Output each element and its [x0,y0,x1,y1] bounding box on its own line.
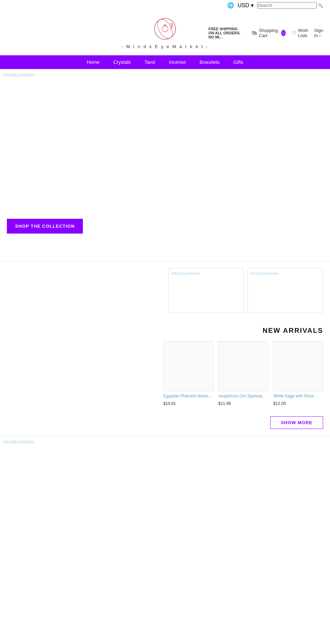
bottom-banner: MindsEyeMarket [0,436,330,515]
product-image-0 [163,341,213,391]
logo-area: - M i n d s E y e M a r k e t - [122,13,209,53]
bottom-watermark: MindsEyeMarket [3,440,34,444]
nav-incense[interactable]: Incense [169,59,186,65]
cart-count-badge: 0 [281,30,286,36]
logo-svg [153,17,177,41]
shipping-banner: FREE SHIPPING ON ALL ORDERS. NO MI... [208,27,242,39]
hero-watermark: MindsEyeMarket [3,72,34,77]
nav-home[interactable]: Home [87,59,99,65]
wishlist-button[interactable]: ♡ Wish Lists [292,28,308,38]
currency-selector[interactable]: USD ▾ [238,2,253,9]
search-box: 🔍 [257,2,323,9]
search-input[interactable] [257,2,317,9]
header-actions: FREE SHIPPING ON ALL ORDERS. NO MI... 🛍 … [208,27,323,39]
product-image-2 [273,341,323,391]
wishlist-label: Wish Lists [298,28,308,38]
category-card-2[interactable]: MindsEyeMarket [248,268,323,313]
cart-button[interactable]: 🛍 Shopping Cart 0 [252,28,286,38]
hero-section: MindsEyeMarket SHOP THE COLLECTION [0,69,330,261]
product-name-0: Egyptian Pharaoh Home... [163,393,213,399]
svg-point-0 [154,18,175,39]
nav-gifts[interactable]: Gifts [233,59,243,65]
category-watermark-2: MindsEyeMarket [251,271,279,275]
search-icon[interactable]: 🔍 [318,3,323,8]
logo-image [151,15,179,43]
utility-bar: 🌐 USD ▾ 🔍 [0,0,330,11]
heart-icon: ♡ [292,30,296,36]
product-image-1 [218,341,268,391]
svg-point-2 [162,26,168,32]
product-card-2[interactable]: White Sage with Rose... $12.00 [273,341,323,406]
cart-label: Shopping Cart [259,28,279,38]
show-more-button[interactable]: SHOW MORE [270,416,323,429]
svg-point-3 [164,24,167,26]
product-card-0[interactable]: Egyptian Pharaoh Home... $14.91 [163,341,213,406]
header: - M i n d s E y e M a r k e t - FREE SHI… [0,11,330,55]
nav-crystals[interactable]: Crystals [113,59,131,65]
show-more-row: SHOW MORE [0,413,330,436]
product-card-1[interactable]: Auspicious Om Spiritual... $11.99 [218,341,268,406]
hero-content: SHOP THE COLLECTION [0,212,90,240]
shop-collection-button[interactable]: SHOP THE COLLECTION [7,219,83,234]
new-arrivals-section: NEW ARRIVALS Egyptian Pharaoh Home... $1… [0,320,330,413]
navigation: Home Crystals Tarot Incense Bracelets Gi… [0,55,330,69]
product-price-0: $14.91 [163,401,213,406]
logo-text: - M i n d s E y e M a r k e t - [122,44,209,49]
new-arrivals-title: NEW ARRIVALS [7,327,323,335]
category-card-1[interactable]: MindsEyeMarket [168,268,244,313]
product-name-2: White Sage with Rose... [273,393,323,399]
nav-bracelets[interactable]: Bracelets [199,59,219,65]
product-price-1: $11.99 [218,401,268,406]
nav-tarot[interactable]: Tarot [144,59,155,65]
products-grid: Egyptian Pharaoh Home... $14.91 Auspicio… [7,341,323,406]
flag-icon[interactable]: 🌐 [227,2,234,9]
cart-icon: 🛍 [252,30,257,36]
product-name-1: Auspicious Om Spiritual... [218,393,268,399]
sign-in-button[interactable]: Sign In › [314,28,323,38]
product-price-2: $12.00 [273,401,323,406]
svg-point-1 [155,17,176,41]
category-section: MindsEyeMarket MindsEyeMarket [0,261,330,320]
category-watermark-1: MindsEyeMarket [172,271,200,275]
